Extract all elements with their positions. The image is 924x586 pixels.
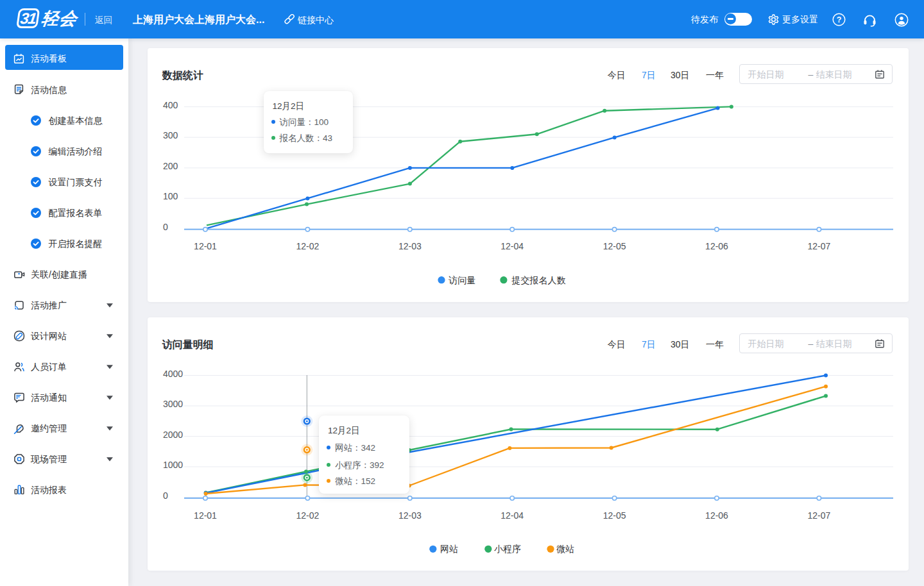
svg-text:0: 0 (163, 222, 168, 232)
svg-text:提交报名人数: 提交报名人数 (511, 275, 566, 285)
svg-text:12-04: 12-04 (501, 510, 524, 521)
svg-text:400: 400 (163, 100, 178, 110)
svg-text:1000: 1000 (163, 460, 183, 470)
svg-text:?: ? (837, 15, 842, 24)
svg-text:12-05: 12-05 (603, 241, 626, 251)
svg-text:12-04: 12-04 (501, 241, 524, 251)
svg-text:小程序: 小程序 (494, 544, 521, 554)
svg-text:12-07: 12-07 (807, 510, 830, 521)
svg-text:2000: 2000 (163, 430, 183, 440)
svg-text:12-03: 12-03 (398, 510, 422, 521)
svg-text:100: 100 (163, 192, 178, 202)
svg-text:12-03: 12-03 (398, 241, 422, 251)
svg-text:12-02: 12-02 (296, 510, 319, 521)
svg-text:200: 200 (163, 161, 178, 171)
svg-text:12-01: 12-01 (194, 510, 217, 521)
svg-text:12-05: 12-05 (603, 510, 626, 521)
svg-text:12-02: 12-02 (296, 241, 319, 251)
svg-text:300: 300 (163, 131, 178, 141)
svg-text:3000: 3000 (163, 399, 183, 409)
svg-text:12-06: 12-06 (705, 510, 728, 521)
svg-text:微站: 微站 (556, 544, 574, 554)
svg-text:网站: 网站 (440, 544, 458, 554)
svg-text:访问量: 访问量 (448, 275, 475, 285)
svg-text:12-01: 12-01 (194, 241, 217, 251)
svg-text:12-07: 12-07 (807, 241, 830, 251)
svg-text:12-06: 12-06 (705, 241, 728, 251)
svg-text:0: 0 (163, 490, 168, 501)
svg-text:4000: 4000 (163, 369, 183, 379)
